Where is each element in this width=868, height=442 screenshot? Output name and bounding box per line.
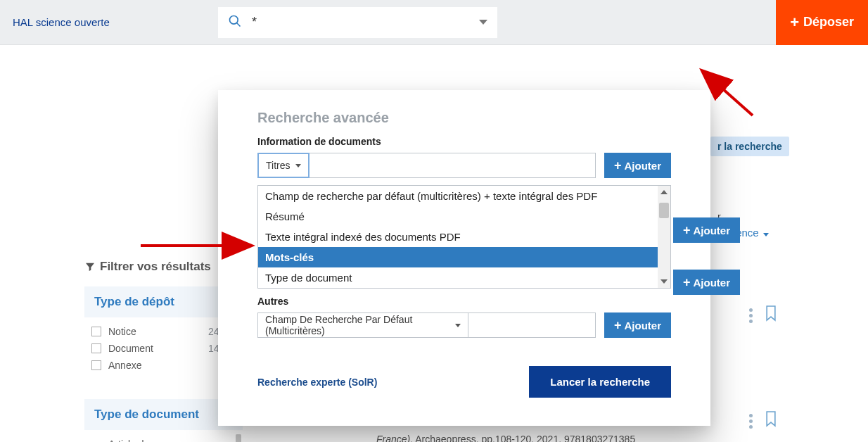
bookmark-icon[interactable] xyxy=(764,304,778,327)
facet-label: Document xyxy=(108,343,153,354)
section-doc-info: Information de documents xyxy=(257,136,671,147)
dropdown-option-selected[interactable]: Mots-clés xyxy=(258,247,670,267)
combo-label: Titres xyxy=(266,160,290,171)
combo-label: Champ De Recherche Par Défaut (Multicrit… xyxy=(265,314,449,336)
chevron-down-icon xyxy=(479,20,487,25)
app-header: HAL science ouverte + Déposer xyxy=(0,0,868,45)
criteria-input[interactable] xyxy=(309,153,596,178)
plus-icon: + xyxy=(683,275,691,290)
more-menu-icon[interactable] xyxy=(749,308,753,323)
panel-title: Recherche avancée xyxy=(257,110,671,126)
add-label: Ajouter xyxy=(625,320,662,332)
deposit-button[interactable]: + Déposer xyxy=(776,0,868,45)
dropdown-list: Champ de recherche par défaut (multicrit… xyxy=(257,185,671,289)
svg-line-1 xyxy=(237,23,241,26)
advanced-search-panel: Recherche avancée Information de documen… xyxy=(218,90,710,426)
filter-heading-text: Filtrer vos résultats xyxy=(100,260,211,274)
facet-label: Notice xyxy=(108,326,136,337)
dropdown-scrollbar[interactable] xyxy=(658,186,670,288)
criteria-row: Champ De Recherche Par Défaut (Multicrit… xyxy=(257,312,671,338)
scroll-down-icon[interactable] xyxy=(658,275,670,288)
checkbox[interactable] xyxy=(91,327,101,336)
add-criteria-button[interactable]: +Ajouter xyxy=(673,217,740,243)
checkbox[interactable] xyxy=(91,360,101,370)
chevron-down-icon xyxy=(455,324,461,327)
result-source: France) xyxy=(376,434,410,442)
dropdown-option[interactable]: Texte intégral indexé des documents PDF xyxy=(258,227,670,247)
chevron-down-icon xyxy=(295,164,301,168)
expert-search-link[interactable]: Recherche experte (SolR) xyxy=(257,377,377,388)
plus-icon: + xyxy=(790,13,799,32)
scroll-up-icon[interactable] xyxy=(658,186,670,198)
field-dropdown-open: Champ de recherche par défaut (multicrit… xyxy=(257,185,671,289)
facet-option[interactable]: Annexe252 xyxy=(91,357,236,374)
dropdown-option[interactable]: Type de document xyxy=(258,267,670,288)
field-select-default[interactable]: Champ De Recherche Par Défaut (Multicrit… xyxy=(257,312,468,338)
facet-option[interactable]: Document14705 xyxy=(91,340,236,357)
more-menu-icon[interactable] xyxy=(749,414,753,429)
launch-search-button[interactable]: Lancer la recherche xyxy=(529,366,671,398)
plus-icon: + xyxy=(614,158,622,173)
facet-label: Article dans une revue xyxy=(108,438,175,442)
plus-icon: + xyxy=(683,223,691,238)
add-criteria-button[interactable]: +Ajouter xyxy=(604,312,671,338)
deposit-label: Déposer xyxy=(803,15,854,30)
checkbox[interactable] xyxy=(91,343,101,353)
svg-line-3 xyxy=(703,72,753,115)
plus-icon: + xyxy=(614,318,622,333)
section-others: Autres xyxy=(257,296,671,307)
add-criteria-button[interactable]: +Ajouter xyxy=(673,270,740,295)
facet-option[interactable]: Notice24570 xyxy=(91,323,236,340)
scrollbar-thumb[interactable] xyxy=(659,203,669,218)
criteria-input[interactable] xyxy=(468,312,596,338)
criteria-row: Titres +Ajouter xyxy=(257,153,671,178)
scrollbar[interactable] xyxy=(236,434,241,442)
bookmark-icon[interactable] xyxy=(764,410,778,432)
site-logo[interactable]: HAL science ouverte xyxy=(0,16,218,28)
result-publisher: Archaeopress, pp.108-120, 2021, 97818032… xyxy=(415,434,635,442)
scrollbar-thumb[interactable] xyxy=(236,434,241,442)
result-actions xyxy=(749,304,778,327)
add-label: Ajouter xyxy=(694,277,731,289)
facet-label: Annexe xyxy=(108,360,141,371)
dropdown-option[interactable]: Résumé xyxy=(258,206,670,227)
facet-option[interactable]: Article dans une revue1917179 xyxy=(91,436,230,442)
add-criteria-button[interactable]: +Ajouter xyxy=(604,153,671,178)
search-input[interactable] xyxy=(252,15,469,30)
result-actions xyxy=(749,410,778,432)
dropdown-option[interactable]: Champ de recherche par défaut (multicrit… xyxy=(258,186,670,206)
svg-point-0 xyxy=(230,15,238,24)
share-search-chip[interactable]: r la recherche xyxy=(710,137,789,156)
filter-icon xyxy=(84,261,96,272)
search-bar xyxy=(218,7,497,38)
field-select-titres[interactable]: Titres xyxy=(257,153,309,178)
add-label: Ajouter xyxy=(625,160,662,172)
search-icon xyxy=(218,14,252,31)
result-meta: France), Archaeopress, pp.108-120, 2021,… xyxy=(376,434,635,442)
advanced-search-toggle[interactable] xyxy=(469,20,497,25)
add-label: Ajouter xyxy=(694,225,731,236)
